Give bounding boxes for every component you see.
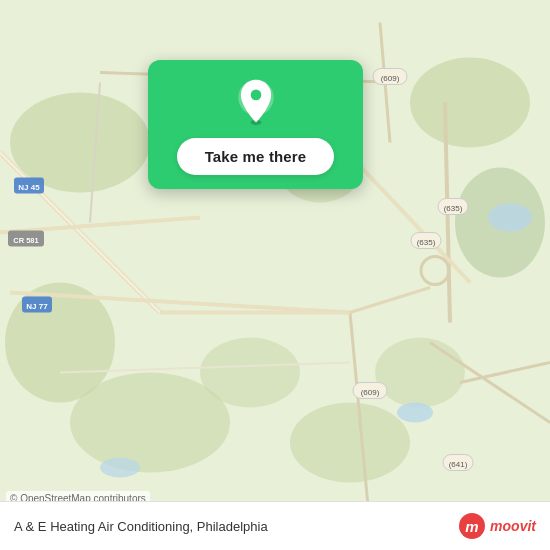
location-pin-icon — [232, 78, 280, 126]
svg-text:(609): (609) — [381, 74, 400, 83]
svg-text:NJ 77: NJ 77 — [26, 302, 48, 311]
svg-text:(641): (641) — [449, 460, 468, 469]
moovit-logo: m moovit — [458, 512, 536, 540]
svg-point-2 — [410, 58, 530, 148]
location-card: Take me there — [148, 60, 363, 189]
svg-text:NJ 45: NJ 45 — [18, 183, 40, 192]
svg-point-6 — [290, 403, 410, 483]
svg-text:(635): (635) — [417, 238, 436, 247]
moovit-icon: m — [458, 512, 486, 540]
svg-point-10 — [488, 204, 532, 232]
svg-text:(609): (609) — [361, 388, 380, 397]
take-me-there-button[interactable]: Take me there — [177, 138, 335, 175]
bottom-bar: A & E Heating Air Conditioning, Philadel… — [0, 501, 550, 550]
svg-point-8 — [375, 338, 465, 408]
svg-point-11 — [397, 403, 433, 423]
map-container: NJ 45 CR 581 NJ 77 (667) (609) (635) (63… — [0, 0, 550, 550]
svg-point-7 — [200, 338, 300, 408]
svg-text:m: m — [465, 518, 478, 535]
moovit-brand-text: moovit — [490, 518, 536, 534]
svg-text:(635): (635) — [444, 204, 463, 213]
svg-point-12 — [100, 458, 140, 478]
svg-point-50 — [250, 90, 261, 101]
svg-text:CR 581: CR 581 — [13, 236, 38, 245]
business-name: A & E Heating Air Conditioning, Philadel… — [14, 519, 268, 534]
